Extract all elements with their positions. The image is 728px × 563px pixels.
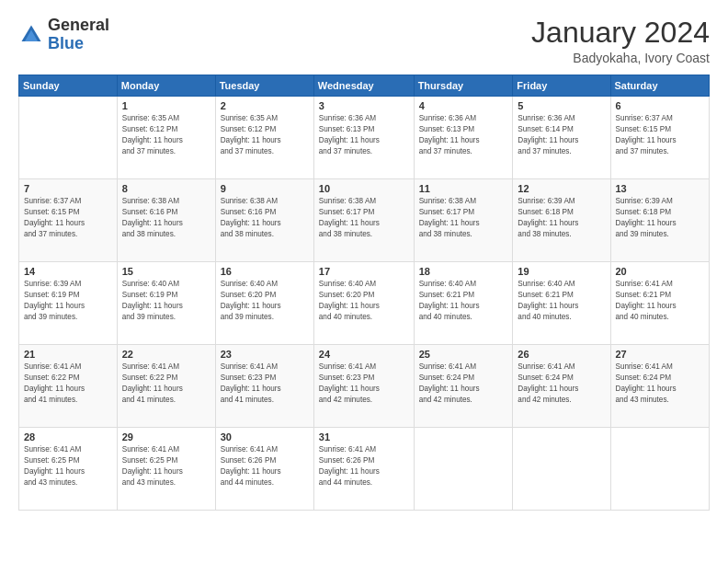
day-info: Sunrise: 6:37 AM Sunset: 6:15 PM Dayligh… <box>24 196 112 240</box>
day-number: 5 <box>518 100 605 111</box>
day-number: 1 <box>122 100 210 111</box>
col-thursday: Thursday <box>414 75 513 97</box>
table-row: 13Sunrise: 6:39 AM Sunset: 6:18 PM Dayli… <box>610 179 710 262</box>
day-info: Sunrise: 6:37 AM Sunset: 6:15 PM Dayligh… <box>616 113 705 157</box>
table-row <box>610 428 710 511</box>
day-info: Sunrise: 6:41 AM Sunset: 6:23 PM Dayligh… <box>319 362 409 406</box>
logo-text: General Blue <box>48 17 109 53</box>
table-row: 6Sunrise: 6:37 AM Sunset: 6:15 PM Daylig… <box>610 97 710 179</box>
day-number: 12 <box>518 183 605 194</box>
day-info: Sunrise: 6:39 AM Sunset: 6:18 PM Dayligh… <box>518 196 605 240</box>
day-number: 31 <box>319 431 409 442</box>
day-info: Sunrise: 6:41 AM Sunset: 6:24 PM Dayligh… <box>518 362 605 406</box>
day-info: Sunrise: 6:41 AM Sunset: 6:22 PM Dayligh… <box>24 362 112 406</box>
day-info: Sunrise: 6:40 AM Sunset: 6:20 PM Dayligh… <box>221 279 309 323</box>
table-row <box>513 428 610 511</box>
day-info: Sunrise: 6:41 AM Sunset: 6:24 PM Dayligh… <box>616 362 705 406</box>
table-row: 8Sunrise: 6:38 AM Sunset: 6:16 PM Daylig… <box>117 179 215 262</box>
table-row: 5Sunrise: 6:36 AM Sunset: 6:14 PM Daylig… <box>513 97 610 179</box>
table-row: 19Sunrise: 6:40 AM Sunset: 6:21 PM Dayli… <box>513 262 610 345</box>
col-sunday: Sunday <box>19 75 118 97</box>
day-number: 14 <box>24 266 112 277</box>
day-number: 23 <box>221 349 309 360</box>
title-location: Badyokaha, Ivory Coast <box>531 51 710 65</box>
logo-general: General <box>48 16 109 34</box>
week-row-3: 14Sunrise: 6:39 AM Sunset: 6:19 PM Dayli… <box>19 262 710 345</box>
table-row: 24Sunrise: 6:41 AM Sunset: 6:23 PM Dayli… <box>313 345 414 428</box>
day-info: Sunrise: 6:36 AM Sunset: 6:13 PM Dayligh… <box>419 113 508 157</box>
calendar-table: Sunday Monday Tuesday Wednesday Thursday… <box>18 75 710 511</box>
title-month: January 2024 <box>531 17 710 49</box>
table-row: 20Sunrise: 6:41 AM Sunset: 6:21 PM Dayli… <box>610 262 710 345</box>
day-number: 30 <box>221 431 309 442</box>
day-info: Sunrise: 6:41 AM Sunset: 6:26 PM Dayligh… <box>221 444 309 488</box>
day-number: 21 <box>24 349 112 360</box>
table-row: 16Sunrise: 6:40 AM Sunset: 6:20 PM Dayli… <box>215 262 313 345</box>
table-row: 15Sunrise: 6:40 AM Sunset: 6:19 PM Dayli… <box>117 262 215 345</box>
day-info: Sunrise: 6:36 AM Sunset: 6:13 PM Dayligh… <box>319 113 409 157</box>
day-info: Sunrise: 6:38 AM Sunset: 6:17 PM Dayligh… <box>419 196 508 240</box>
day-number: 4 <box>419 100 508 111</box>
day-number: 7 <box>24 183 112 194</box>
table-row: 21Sunrise: 6:41 AM Sunset: 6:22 PM Dayli… <box>19 345 118 428</box>
table-row: 28Sunrise: 6:41 AM Sunset: 6:25 PM Dayli… <box>19 428 118 511</box>
table-row: 27Sunrise: 6:41 AM Sunset: 6:24 PM Dayli… <box>610 345 710 428</box>
day-info: Sunrise: 6:35 AM Sunset: 6:12 PM Dayligh… <box>221 113 309 157</box>
day-number: 15 <box>122 266 210 277</box>
day-info: Sunrise: 6:36 AM Sunset: 6:14 PM Dayligh… <box>518 113 605 157</box>
day-info: Sunrise: 6:41 AM Sunset: 6:25 PM Dayligh… <box>122 444 210 488</box>
day-info: Sunrise: 6:35 AM Sunset: 6:12 PM Dayligh… <box>122 113 210 157</box>
table-row: 7Sunrise: 6:37 AM Sunset: 6:15 PM Daylig… <box>19 179 118 262</box>
table-row: 29Sunrise: 6:41 AM Sunset: 6:25 PM Dayli… <box>117 428 215 511</box>
day-info: Sunrise: 6:41 AM Sunset: 6:23 PM Dayligh… <box>221 362 309 406</box>
logo: General Blue <box>18 17 109 53</box>
day-number: 18 <box>419 266 508 277</box>
day-number: 9 <box>221 183 309 194</box>
col-saturday: Saturday <box>610 75 710 97</box>
logo-icon <box>18 22 44 48</box>
table-row <box>414 428 513 511</box>
table-row: 4Sunrise: 6:36 AM Sunset: 6:13 PM Daylig… <box>414 97 513 179</box>
table-row: 25Sunrise: 6:41 AM Sunset: 6:24 PM Dayli… <box>414 345 513 428</box>
day-info: Sunrise: 6:41 AM Sunset: 6:22 PM Dayligh… <box>122 362 210 406</box>
day-info: Sunrise: 6:40 AM Sunset: 6:19 PM Dayligh… <box>122 279 210 323</box>
table-row: 17Sunrise: 6:40 AM Sunset: 6:20 PM Dayli… <box>313 262 414 345</box>
day-info: Sunrise: 6:40 AM Sunset: 6:20 PM Dayligh… <box>319 279 409 323</box>
table-row: 1Sunrise: 6:35 AM Sunset: 6:12 PM Daylig… <box>117 97 215 179</box>
col-monday: Monday <box>117 75 215 97</box>
day-number: 17 <box>319 266 409 277</box>
calendar-header-row: Sunday Monday Tuesday Wednesday Thursday… <box>19 75 710 97</box>
day-number: 24 <box>319 349 409 360</box>
day-info: Sunrise: 6:40 AM Sunset: 6:21 PM Dayligh… <box>419 279 508 323</box>
table-row: 23Sunrise: 6:41 AM Sunset: 6:23 PM Dayli… <box>215 345 313 428</box>
table-row: 18Sunrise: 6:40 AM Sunset: 6:21 PM Dayli… <box>414 262 513 345</box>
day-number: 8 <box>122 183 210 194</box>
col-friday: Friday <box>513 75 610 97</box>
week-row-4: 21Sunrise: 6:41 AM Sunset: 6:22 PM Dayli… <box>19 345 710 428</box>
table-row: 22Sunrise: 6:41 AM Sunset: 6:22 PM Dayli… <box>117 345 215 428</box>
day-info: Sunrise: 6:39 AM Sunset: 6:18 PM Dayligh… <box>616 196 705 240</box>
table-row: 14Sunrise: 6:39 AM Sunset: 6:19 PM Dayli… <box>19 262 118 345</box>
day-number: 16 <box>221 266 309 277</box>
page: General Blue January 2024 Badyokaha, Ivo… <box>0 0 728 563</box>
week-row-2: 7Sunrise: 6:37 AM Sunset: 6:15 PM Daylig… <box>19 179 710 262</box>
table-row: 31Sunrise: 6:41 AM Sunset: 6:26 PM Dayli… <box>313 428 414 511</box>
table-row: 26Sunrise: 6:41 AM Sunset: 6:24 PM Dayli… <box>513 345 610 428</box>
title-block: January 2024 Badyokaha, Ivory Coast <box>531 17 710 65</box>
week-row-5: 28Sunrise: 6:41 AM Sunset: 6:25 PM Dayli… <box>19 428 710 511</box>
day-number: 3 <box>319 100 409 111</box>
table-row: 2Sunrise: 6:35 AM Sunset: 6:12 PM Daylig… <box>215 97 313 179</box>
table-row: 3Sunrise: 6:36 AM Sunset: 6:13 PM Daylig… <box>313 97 414 179</box>
logo-blue: Blue <box>48 34 84 52</box>
table-row: 10Sunrise: 6:38 AM Sunset: 6:17 PM Dayli… <box>313 179 414 262</box>
table-row: 30Sunrise: 6:41 AM Sunset: 6:26 PM Dayli… <box>215 428 313 511</box>
day-number: 26 <box>518 349 605 360</box>
day-info: Sunrise: 6:38 AM Sunset: 6:16 PM Dayligh… <box>122 196 210 240</box>
day-number: 25 <box>419 349 508 360</box>
header: General Blue January 2024 Badyokaha, Ivo… <box>18 17 710 65</box>
day-number: 19 <box>518 266 605 277</box>
day-number: 22 <box>122 349 210 360</box>
day-info: Sunrise: 6:38 AM Sunset: 6:17 PM Dayligh… <box>319 196 409 240</box>
day-number: 29 <box>122 431 210 442</box>
day-number: 13 <box>616 183 705 194</box>
